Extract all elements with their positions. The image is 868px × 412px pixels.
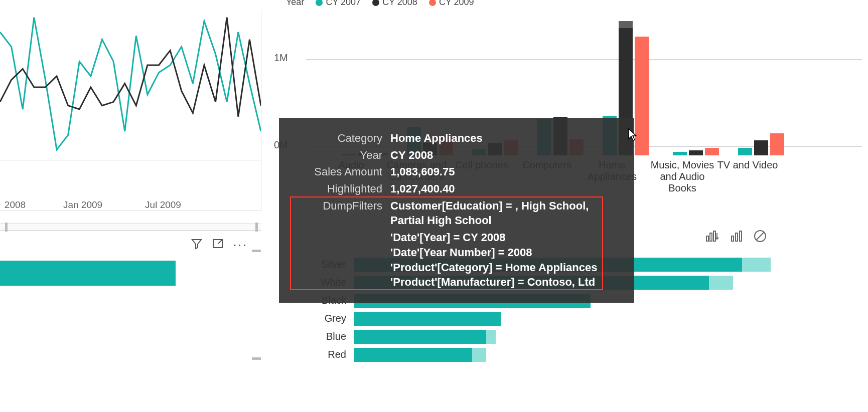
bar[interactable] (738, 148, 752, 155)
visual-header-icons: ··· (191, 238, 247, 252)
svg-line-8 (756, 232, 764, 240)
tooltip-value: Home Appliances (390, 131, 619, 146)
bar[interactable] (770, 133, 784, 156)
hbar-row[interactable]: Red (296, 346, 790, 364)
line-chart[interactable]: 2008 Jan 2009 Jul 2009 (0, 10, 261, 211)
hbar-secondary[interactable] (486, 330, 496, 344)
bar[interactable] (754, 140, 768, 155)
filter-icon[interactable] (191, 238, 203, 252)
tooltip-key: Highlighted (294, 181, 390, 196)
vertical-divider-handle[interactable] (253, 250, 259, 375)
x-tick: Jan 2009 (63, 199, 102, 211)
tooltip-value: 1,083,609.75 (390, 164, 619, 179)
legend-2007: CY 2007 (326, 0, 361, 7)
bar[interactable] (705, 148, 719, 155)
svg-rect-2 (710, 233, 712, 241)
bar-chart-icon[interactable] (731, 230, 743, 244)
bar-x-label: Music, Movies and Audio Books (650, 159, 715, 194)
legend-swatch-2009 (429, 0, 436, 6)
hbar-secondary[interactable] (709, 276, 733, 290)
bar-group[interactable] (738, 19, 798, 155)
focus-mode-icon[interactable] (212, 238, 224, 252)
tooltip-row: CategoryHome Appliances (294, 131, 619, 146)
svg-rect-5 (736, 233, 738, 241)
tooltip-value: CY 2008 (390, 148, 619, 163)
bar[interactable] (673, 152, 687, 155)
tooltip-value: 1,027,400.40 (390, 181, 619, 196)
hbar-row[interactable]: Blue (296, 328, 790, 346)
tooltip-value: Customer[Education] = , High School, Par… (390, 198, 619, 228)
blocked-icon[interactable] (754, 230, 767, 245)
legend-2009: CY 2009 (439, 0, 474, 7)
line-chart-scrollbar[interactable] (0, 224, 261, 231)
tooltip-key: Category (294, 131, 390, 146)
hbar-secondary[interactable] (742, 258, 771, 272)
single-bar-visual[interactable] (0, 261, 176, 286)
tooltip-key: Year (294, 148, 390, 163)
mouse-cursor-icon (627, 128, 638, 142)
tooltip-filter-line: 'Date'[Year Number] = 2008 (294, 245, 619, 260)
tooltip-key: Sales Amount (294, 164, 390, 179)
tooltip-row: Highlighted1,027,400.40 (294, 181, 619, 196)
tooltip-filter-line: 'Product'[Manufacturer] = Contoso, Ltd (294, 275, 619, 290)
bar-group[interactable] (673, 19, 733, 155)
hbar-primary[interactable] (354, 330, 486, 344)
tooltip-row: DumpFiltersCustomer[Education] = , High … (294, 198, 619, 228)
tooltip-row: YearCY 2008 (294, 148, 619, 163)
hbar-secondary[interactable] (472, 348, 486, 362)
tooltip-filter-line: 'Product'[Category] = Home Appliances (294, 260, 619, 275)
x-tick: 2008 (5, 199, 26, 211)
bar-highlight-remainder (619, 21, 633, 28)
line-chart-plot (0, 10, 261, 185)
hbar-label: Grey (296, 313, 346, 324)
hbar-row[interactable]: Grey (296, 310, 790, 328)
legend-swatch-2007 (316, 0, 323, 6)
legend-2008: CY 2008 (382, 0, 417, 7)
tooltip-row: Sales Amount1,083,609.75 (294, 164, 619, 179)
drill-chart-icon[interactable] (705, 230, 719, 244)
y-tick-1m: 1M (274, 52, 288, 64)
chart-action-bar (705, 230, 767, 245)
svg-rect-3 (713, 231, 715, 241)
hbar-primary[interactable] (354, 348, 472, 362)
legend-prefix: Year (286, 0, 304, 7)
more-options-icon[interactable]: ··· (233, 242, 247, 247)
hbar-label: Red (296, 349, 346, 360)
svg-rect-6 (740, 231, 742, 241)
hbar-primary[interactable] (354, 312, 501, 326)
x-tick: Jul 2009 (145, 199, 181, 211)
hbar-label: Blue (296, 331, 346, 342)
legend-swatch-2008 (372, 0, 379, 6)
datapoint-tooltip: CategoryHome AppliancesYearCY 2008Sales … (279, 118, 634, 303)
svg-rect-1 (706, 236, 708, 241)
bar-x-label: TV and Video (715, 159, 780, 171)
svg-rect-4 (732, 236, 734, 241)
tooltip-filter-line: 'Date'[Year] = CY 2008 (294, 230, 619, 245)
bar[interactable] (689, 150, 703, 155)
bar-legend: Year CY 2007 CY 2008 CY 2009 (286, 0, 474, 8)
tooltip-key: DumpFilters (294, 198, 390, 228)
